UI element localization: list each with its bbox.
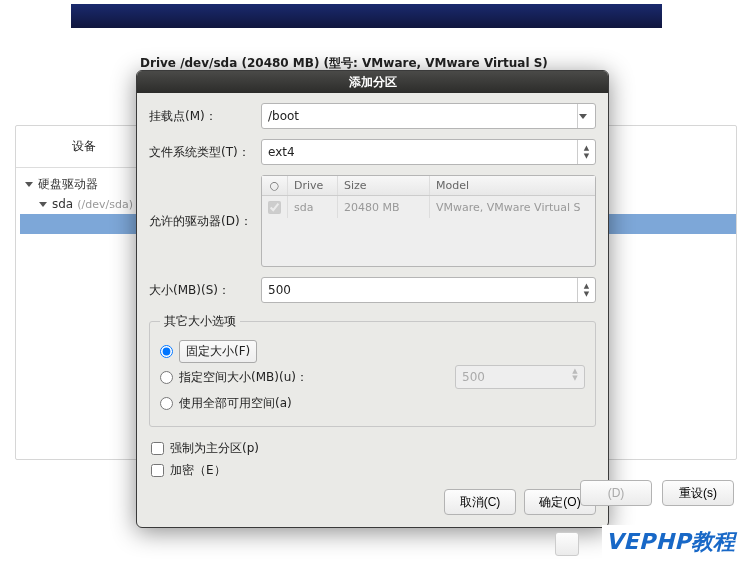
mount-point-value: /boot	[268, 109, 577, 123]
drive-model: VMware, VMware Virtual S	[430, 196, 595, 218]
spinner-arrows-icon: ▲▼	[568, 368, 582, 382]
tree-label-sda: sda	[52, 197, 73, 211]
cancel-button[interactable]: 取消(C)	[444, 489, 516, 515]
upto-size-input[interactable]: 500 ▲▼	[455, 365, 585, 389]
drive-name: sda	[288, 196, 338, 218]
tree-label-hdd: 硬盘驱动器	[38, 176, 98, 193]
watermark: VEPHP教程	[602, 525, 740, 559]
radio-fill-upto[interactable]	[160, 371, 173, 384]
caret-down-icon	[38, 199, 48, 209]
radio-fixed-label: 固定大小(F)	[179, 340, 257, 363]
drives-col-check: ○	[262, 176, 288, 195]
drives-col-drive: Drive	[288, 176, 338, 195]
spinner-arrows-icon: ▲▼	[577, 278, 595, 302]
radio-fill-all[interactable]	[160, 397, 173, 410]
dialog-title: 添加分区	[137, 71, 608, 93]
chevron-down-icon	[577, 104, 595, 128]
drive-checkbox[interactable]	[268, 201, 281, 214]
encrypt-label: 加密（E）	[170, 462, 226, 479]
allowed-drives-table: ○ Drive Size Model sda 20480 MB VMware, …	[261, 175, 596, 267]
tree-sda-path: (/dev/sda)	[77, 198, 133, 211]
size-input[interactable]: 500 ▲▼	[261, 277, 596, 303]
size-value: 500	[268, 283, 577, 297]
fstype-label: 文件系统类型(T)：	[149, 144, 261, 161]
primary-partition-label: 强制为主分区(p)	[170, 440, 259, 457]
device-column-header: 设备	[16, 126, 151, 168]
radio-all-label: 使用全部可用空间(a)	[179, 395, 292, 412]
fstype-combo[interactable]: ext4 ▲▼	[261, 139, 596, 165]
encrypt-checkbox[interactable]	[151, 464, 164, 477]
mount-point-combo[interactable]: /boot	[261, 103, 596, 129]
fstype-value: ext4	[268, 145, 577, 159]
radio-upto-label: 指定空间大小(MB)(u)：	[179, 369, 308, 386]
allowed-drives-label: 允许的驱动器(D)：	[149, 175, 261, 230]
size-label: 大小(MB)(S)：	[149, 282, 261, 299]
primary-partition-checkbox[interactable]	[151, 442, 164, 455]
caret-down-icon	[24, 179, 34, 189]
drives-row[interactable]: sda 20480 MB VMware, VMware Virtual S	[262, 196, 595, 218]
spinner-arrows-icon: ▲▼	[577, 140, 595, 164]
drive-size: 20480 MB	[338, 196, 430, 218]
mount-point-label: 挂载点(M)：	[149, 108, 261, 125]
header-banner	[71, 4, 662, 28]
footer-buttons: (D) 重设(s)	[580, 480, 734, 506]
add-partition-dialog: 添加分区 挂载点(M)： /boot 文件系统类型(T)： ext4 ▲▼ 允许…	[136, 70, 609, 528]
drives-col-model: Model	[430, 176, 595, 195]
radio-fixed-size[interactable]	[160, 345, 173, 358]
other-size-legend: 其它大小选项	[160, 313, 240, 330]
footer-d-button[interactable]: (D)	[580, 480, 652, 506]
nav-back-button[interactable]	[555, 532, 579, 556]
upto-size-value: 500	[462, 370, 485, 384]
reset-button[interactable]: 重设(s)	[662, 480, 734, 506]
drives-col-size: Size	[338, 176, 430, 195]
other-size-group: 其它大小选项 固定大小(F) 指定空间大小(MB)(u)： 500 ▲▼ 使用全…	[149, 313, 596, 427]
